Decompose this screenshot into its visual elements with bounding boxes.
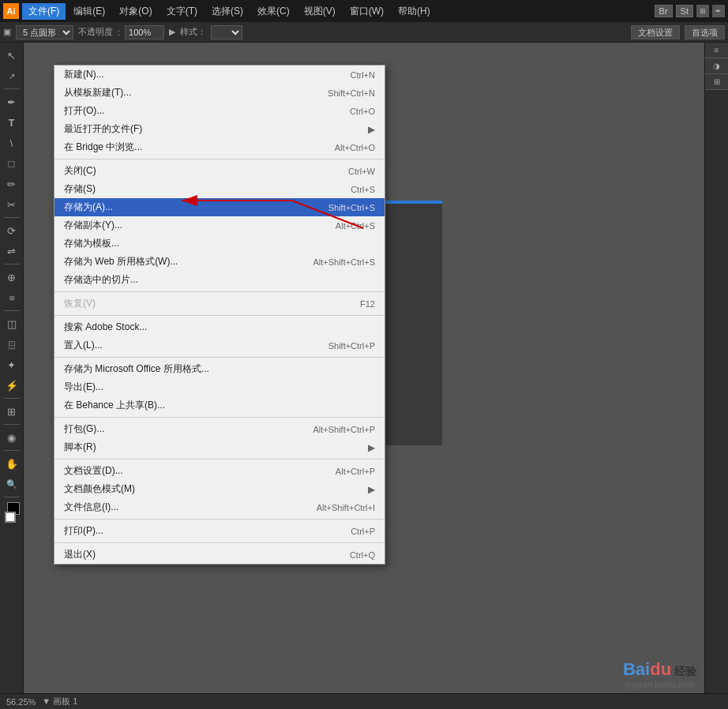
watermark-url: jingyan.baidu.com	[623, 680, 696, 689]
color-boxes	[6, 501, 18, 526]
text-tool[interactable]: T	[2, 113, 21, 132]
menu-new-template[interactable]: 从模板新建(T)... Shift+Ctrl+N	[54, 84, 385, 102]
status-bar: 56.25% ▼ 画板 1	[0, 693, 728, 709]
menu-print[interactable]: 打印(P)... Ctrl+P	[54, 522, 385, 540]
menu-window[interactable]: 窗口(W)	[343, 3, 390, 20]
blend-tool[interactable]: ✦	[2, 355, 21, 374]
panel-tab-2[interactable]: ◑	[705, 58, 728, 74]
symbol-sprayer[interactable]: ⚡	[2, 376, 21, 395]
menu-save-template[interactable]: 存储为模板...	[54, 234, 385, 253]
sep-3	[54, 315, 385, 316]
tools-panel: ↖ ↗ ✒ T \ □ ✏ ✂ ⟳ ⇌ ⊕ ≋ ◫ ⌹ ✦ ⚡ ⊞ ◉ ✋ 🔍	[0, 43, 24, 709]
watermark-logo: Baidu 经验	[623, 659, 696, 680]
menu-export[interactable]: 导出(E)...	[54, 378, 385, 396]
options-toolbar: ▣ 5 点圆形 不透明度 : ▶ 样式： 文档设置 首选项	[0, 22, 728, 43]
width-tool[interactable]: ⊕	[2, 268, 21, 287]
menu-save-as[interactable]: 存储为(A)... Shift+Ctrl+S	[54, 198, 385, 216]
menu-view[interactable]: 视图(V)	[298, 3, 342, 20]
mesh-tool[interactable]: ⌹	[2, 335, 21, 354]
tool-divider-6	[4, 424, 20, 425]
scissors-tool[interactable]: ✂	[2, 195, 21, 214]
brush-tool[interactable]: ✏	[2, 174, 21, 193]
rotate-tool[interactable]: ⟳	[2, 221, 21, 240]
canvas-area: 📞 ✉ ⌂ 新建(N)... Ctrl+N 从模板新建(T)... Shift+…	[24, 43, 704, 709]
sep-6	[54, 459, 385, 460]
menu-close[interactable]: 关闭(C) Ctrl+W	[54, 162, 385, 180]
hand-tool[interactable]: ✋	[2, 454, 21, 473]
warp-tool[interactable]: ≋	[2, 288, 21, 307]
main-layout: ↖ ↗ ✒ T \ □ ✏ ✂ ⟳ ⇌ ⊕ ≋ ◫ ⌹ ✦ ⚡ ⊞ ◉ ✋ 🔍	[0, 43, 728, 709]
gradient-tool[interactable]: ◫	[2, 314, 21, 333]
rect-tool[interactable]: □	[2, 154, 21, 173]
menu-doc-settings[interactable]: 文档设置(D)... Alt+Ctrl+P	[54, 462, 385, 480]
sep-2	[54, 291, 385, 292]
sep-1	[54, 159, 385, 159]
tool-divider-1	[4, 88, 20, 89]
menu-effect[interactable]: 效果(C)	[251, 3, 296, 20]
direct-select-tool[interactable]: ↗	[2, 66, 21, 85]
menu-help[interactable]: 帮助(H)	[392, 3, 437, 20]
menu-file-info[interactable]: 文件信息(I)... Alt+Shift+Ctrl+I	[54, 498, 385, 516]
doc-settings-button[interactable]: 文档设置	[631, 25, 680, 39]
tool-divider-8	[4, 497, 20, 497]
artboard-name: ▼ 画板 1	[42, 696, 77, 707]
top-menu-bar: Ai 文件(F) 编辑(E) 对象(O) 文字(T) 选择(S) 效果(C) 视…	[0, 0, 728, 22]
style-select[interactable]	[211, 25, 242, 39]
zoom-tool[interactable]: 🔍	[2, 475, 21, 493]
selection-tool[interactable]: ↖	[2, 46, 21, 65]
right-sidebar: ≡ ◑ ⊞	[704, 43, 728, 709]
style-label: 样式：	[180, 26, 206, 38]
preferences-button[interactable]: 首选项	[685, 25, 725, 39]
menu-new[interactable]: 新建(N)... Ctrl+N	[54, 66, 385, 84]
sep-7	[54, 519, 385, 520]
menu-quit[interactable]: 退出(X) Ctrl+Q	[54, 546, 385, 564]
pen-icon[interactable]: ✒	[712, 5, 725, 17]
menu-edit[interactable]: 编辑(E)	[67, 3, 111, 20]
line-tool[interactable]: \	[2, 133, 21, 152]
tool-divider-3	[4, 264, 20, 264]
opacity-colon: :	[118, 28, 120, 37]
menu-package[interactable]: 打包(G)... Alt+Shift+Ctrl+P	[54, 420, 385, 438]
menu-save[interactable]: 存储(S) Ctrl+S	[54, 180, 385, 198]
menu-save-web[interactable]: 存储为 Web 所用格式(W)... Alt+Shift+Ctrl+S	[54, 253, 385, 271]
opacity-label: 不透明度	[78, 26, 113, 38]
menu-save-office[interactable]: 存储为 Microsoft Office 所用格式...	[54, 360, 385, 378]
watermark: Baidu 经验 jingyan.baidu.com	[623, 659, 696, 689]
sep-8	[54, 542, 385, 543]
tool-divider-5	[4, 398, 20, 399]
panel-tab-1[interactable]: ≡	[705, 43, 728, 58]
menu-save-copy[interactable]: 存储副本(Y)... Alt+Ctrl+S	[54, 216, 385, 234]
tool-divider-4	[4, 310, 20, 311]
panel-tab-3[interactable]: ⊞	[705, 74, 728, 90]
tool-divider-7	[4, 450, 20, 451]
menu-recent[interactable]: 最近打开的文件(F) ▶	[54, 120, 385, 138]
dropdown-overlay: 新建(N)... Ctrl+N 从模板新建(T)... Shift+Ctrl+N…	[24, 43, 704, 709]
mirror-tool[interactable]: ⇌	[2, 242, 21, 261]
menu-behance[interactable]: 在 Behance 上共享(B)...	[54, 396, 385, 415]
pen-tool[interactable]: ✒	[2, 92, 21, 111]
top-bar-right: Br St ⊞ ✒	[655, 5, 725, 17]
menu-text[interactable]: 文字(T)	[160, 3, 204, 20]
menu-place[interactable]: 置入(L)... Shift+Ctrl+P	[54, 336, 385, 354]
menu-save-slice[interactable]: 存储选中的切片...	[54, 271, 385, 289]
menu-revert: 恢复(V) F12	[54, 294, 385, 313]
shape-select[interactable]: 5 点圆形	[16, 25, 73, 39]
menu-stock[interactable]: 搜索 Adobe Stock...	[54, 318, 385, 336]
not-selected-label: ▣	[3, 27, 11, 37]
menu-file[interactable]: 文件(F)	[22, 3, 66, 20]
app-logo: Ai	[3, 3, 19, 19]
menu-open[interactable]: 打开(O)... Ctrl+O	[54, 102, 385, 120]
menu-object[interactable]: 对象(O)	[113, 3, 158, 20]
menu-bridge[interactable]: 在 Bridge 中浏览... Alt+Ctrl+O	[54, 138, 385, 156]
artboard-tool[interactable]: ◉	[2, 428, 21, 447]
arrange-icon[interactable]: ⊞	[696, 5, 709, 17]
menu-color-mode[interactable]: 文档颜色模式(M) ▶	[54, 480, 385, 498]
sep-4	[54, 357, 385, 358]
menu-bar: 文件(F) 编辑(E) 对象(O) 文字(T) 选择(S) 效果(C) 视图(V…	[22, 3, 437, 20]
menu-select[interactable]: 选择(S)	[205, 3, 250, 20]
menu-scripts[interactable]: 脚本(R) ▶	[54, 438, 385, 456]
opacity-input[interactable]	[125, 25, 164, 39]
tool-divider-2	[4, 217, 20, 218]
stroke-color[interactable]	[5, 512, 16, 523]
column-graph-tool[interactable]: ⊞	[2, 402, 21, 421]
